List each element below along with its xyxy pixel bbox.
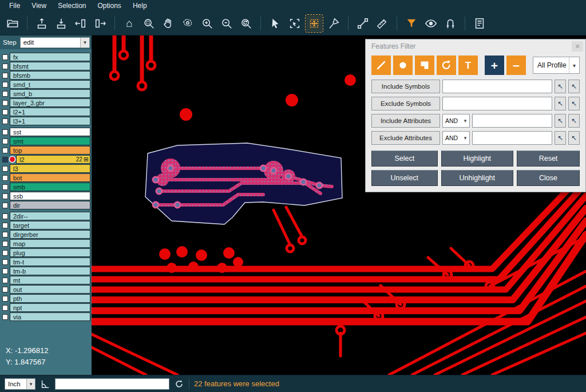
exclude-symbols-label[interactable]: Exclude Symbols xyxy=(371,97,440,110)
chevron-down-icon[interactable]: ▾ xyxy=(26,379,35,389)
layer-visibility-checkbox[interactable] xyxy=(2,175,8,181)
include-attributes-label[interactable]: Include Attributes xyxy=(371,114,440,128)
layer-name[interactable]: tm-b xyxy=(10,267,90,275)
measure-line-button[interactable] xyxy=(355,15,371,31)
reset-button[interactable]: Reset xyxy=(517,151,580,167)
report-list-button[interactable] xyxy=(472,15,488,31)
layer-visibility-checkbox[interactable] xyxy=(2,259,8,265)
chevron-down-icon[interactable]: ▾ xyxy=(569,57,579,73)
layer-row-smt[interactable]: smt xyxy=(1,137,90,145)
include-attributes-input[interactable] xyxy=(472,114,552,128)
layer-name[interactable]: map xyxy=(10,239,90,248)
pick-symbol-button[interactable]: ↖ xyxy=(555,80,566,93)
layer-name[interactable]: sst xyxy=(10,128,90,136)
exclude-symbols-input[interactable] xyxy=(442,97,552,110)
layer-name[interactable]: pth xyxy=(10,294,90,303)
layer-visibility-checkbox[interactable] xyxy=(2,223,8,228)
layer-name[interactable]: plug xyxy=(10,248,90,257)
cursor-pointer-button[interactable] xyxy=(267,15,283,31)
layer-visibility-checkbox[interactable] xyxy=(2,250,8,256)
pick-attribute-add-button[interactable]: ↖ xyxy=(568,114,580,128)
features-filter-button[interactable] xyxy=(403,15,419,31)
pick-attribute-button[interactable]: ↖ xyxy=(555,114,566,128)
layer-name[interactable]: smd_b xyxy=(10,89,90,98)
open-folder-button[interactable] xyxy=(5,15,21,31)
layer-row-smb[interactable]: smb xyxy=(1,183,90,191)
layer-visibility-checkbox[interactable] xyxy=(2,64,8,69)
exclude-attributes-input[interactable] xyxy=(472,131,552,145)
layer-row-sst[interactable]: sst xyxy=(1,128,90,136)
layer-row-plug[interactable]: plug xyxy=(1,248,90,257)
layer-row-l2[interactable]: l222⊞ xyxy=(1,155,90,164)
layer-row-map[interactable]: map xyxy=(1,239,90,248)
filter-text-button[interactable]: T xyxy=(458,56,478,75)
layer-name[interactable]: bot xyxy=(10,173,90,182)
layer-visibility-checkbox[interactable] xyxy=(2,296,8,302)
pick-attribute-button[interactable]: ↖ xyxy=(555,131,566,145)
layer-name[interactable]: l3 xyxy=(10,164,90,173)
layer-visibility-checkbox[interactable] xyxy=(2,314,8,320)
layer-row-l2+1[interactable]: l2+1 xyxy=(1,108,90,116)
measure-ruler-button[interactable] xyxy=(374,15,390,31)
chevron-down-icon[interactable]: ▾ xyxy=(461,135,469,141)
pick-attribute-add-button[interactable]: ↖ xyxy=(568,131,580,145)
layer-row-tm-t[interactable]: tm-t xyxy=(1,258,90,266)
zoom-out-button[interactable] xyxy=(219,15,235,31)
layer-row-ssb[interactable]: ssb xyxy=(1,192,90,200)
layer-name[interactable]: l2+1 xyxy=(10,108,90,116)
layer-row-top[interactable]: top xyxy=(1,146,90,155)
layer-row-target[interactable]: target xyxy=(1,221,90,229)
layer-row-l3+1[interactable]: l3+1 xyxy=(1,117,90,125)
lasso-select-button[interactable] xyxy=(180,15,196,31)
home-button[interactable]: ⌂ xyxy=(121,15,137,31)
layer-visibility-checkbox[interactable] xyxy=(2,157,8,163)
chevron-down-icon[interactable]: ▾ xyxy=(461,118,469,124)
layer-visibility-checkbox[interactable] xyxy=(2,184,8,190)
close-button[interactable]: Close xyxy=(517,170,580,186)
layer-name[interactable]: dirgerber xyxy=(10,230,90,239)
layer-visibility-checkbox[interactable] xyxy=(2,166,8,172)
units-select[interactable]: Inch ▾ xyxy=(5,378,35,390)
layer-row-layer_3.gbr[interactable]: layer_3.gbr xyxy=(1,98,90,107)
layer-visibility-checkbox[interactable] xyxy=(2,100,8,106)
layer-row-tm-b[interactable]: tm-b xyxy=(1,267,90,275)
layer-visibility-checkbox[interactable] xyxy=(2,148,8,153)
visibility-button[interactable] xyxy=(423,15,439,31)
layer-name[interactable]: top xyxy=(10,146,90,155)
layer-row-pth[interactable]: pth xyxy=(1,294,90,303)
highlight-button[interactable]: Highlight xyxy=(441,151,514,167)
filter-surface-button[interactable] xyxy=(415,56,434,75)
layer-row-bot[interactable]: bot xyxy=(1,173,90,182)
unselect-button[interactable]: Unselect xyxy=(371,170,438,186)
layer-visibility-checkbox[interactable] xyxy=(2,203,8,208)
layer-row-npt[interactable]: npt xyxy=(1,303,90,312)
snap-button[interactable] xyxy=(442,15,458,31)
layer-name[interactable]: dir xyxy=(10,201,90,209)
layer-visibility-checkbox[interactable] xyxy=(2,138,8,144)
pan-hand-button[interactable] xyxy=(160,15,176,31)
layer-row-bfsmb[interactable]: bfsmb xyxy=(1,71,90,80)
menu-file[interactable]: File xyxy=(3,1,26,11)
pick-symbol-add-button[interactable]: ↖ xyxy=(568,80,580,93)
include-symbols-label[interactable]: Include Symbols xyxy=(371,80,440,93)
layer-visibility-checkbox[interactable] xyxy=(2,268,8,274)
zoom-in-button[interactable] xyxy=(199,15,215,31)
layer-name[interactable]: ssb xyxy=(10,192,90,200)
filter-remove-button[interactable]: − xyxy=(506,56,526,75)
layer-visibility-checkbox[interactable] xyxy=(2,73,8,78)
layer-name[interactable]: layer_3.gbr xyxy=(10,98,90,107)
layer-visibility-checkbox[interactable] xyxy=(2,305,8,311)
zoom-redraw-button[interactable] xyxy=(238,15,254,31)
select-frame-button[interactable] xyxy=(287,15,303,31)
filter-arc-button[interactable] xyxy=(437,56,456,75)
menu-help[interactable]: Help xyxy=(127,1,153,11)
export-right-button[interactable] xyxy=(92,15,108,31)
unhighlight-button[interactable]: Unhighlight xyxy=(441,170,514,186)
paint-fill-button[interactable] xyxy=(326,15,342,31)
layer-name[interactable]: tm-t xyxy=(10,258,90,266)
include-attributes-operator[interactable]: AND ▾ xyxy=(442,114,470,128)
select-button[interactable]: Select xyxy=(371,151,438,167)
layer-name[interactable]: via xyxy=(10,312,90,321)
layer-name[interactable]: npt xyxy=(10,303,90,312)
layer-row-mt[interactable]: mt xyxy=(1,276,90,284)
